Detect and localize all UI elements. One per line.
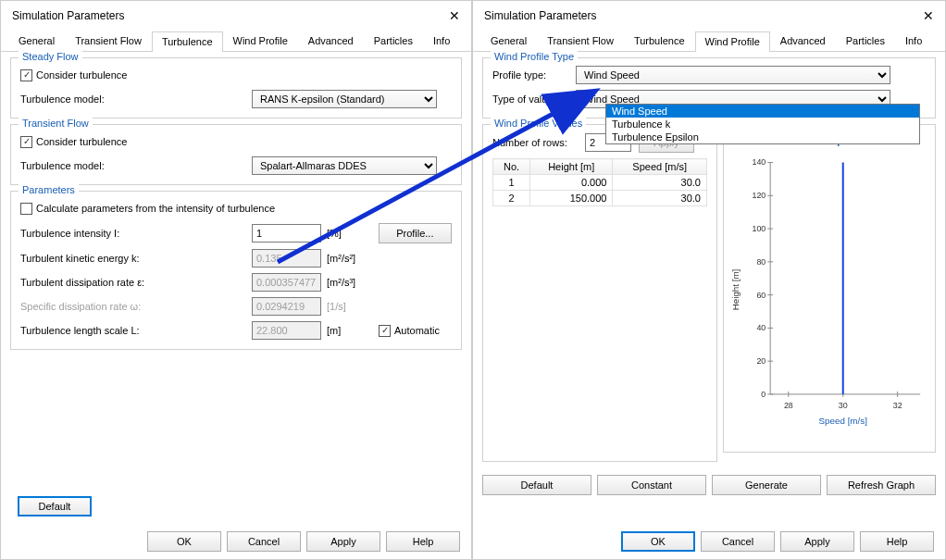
- type-of-values-label: Type of values:: [492, 93, 576, 105]
- tab-info[interactable]: Info: [895, 31, 932, 51]
- group-title: Wind Profile Values: [491, 118, 586, 129]
- cancel-button[interactable]: Cancel: [227, 531, 301, 552]
- svg-text:140: 140: [753, 157, 766, 167]
- svg-text:0: 0: [761, 390, 766, 399]
- tab-bar-left: GeneralTransient FlowTurbulenceWind Prof…: [1, 27, 471, 52]
- tab-wind-profile[interactable]: Wind Profile: [223, 31, 298, 51]
- param-label: Turbulence intensity I:: [20, 228, 252, 239]
- table-header: Height [m]: [530, 159, 613, 175]
- default-button[interactable]: Default: [482, 475, 591, 495]
- svg-text:40: 40: [756, 323, 766, 332]
- param-unit: [1/s]: [327, 301, 369, 312]
- param-label: Turbulence length scale L:: [20, 325, 252, 336]
- ok-button[interactable]: OK: [621, 531, 695, 552]
- param-input: [252, 321, 321, 340]
- svg-text:28: 28: [784, 401, 793, 410]
- steady-model-select[interactable]: RANS K-epsilon (Standard): [252, 90, 437, 108]
- help-button[interactable]: Help: [860, 531, 934, 552]
- table-header: Speed [m/s]: [613, 159, 707, 175]
- profile-button[interactable]: Profile...: [379, 223, 452, 243]
- svg-text:20: 20: [756, 356, 766, 366]
- group-transient: Transient Flow Consider turbulence Turbu…: [10, 124, 462, 185]
- svg-text:60: 60: [756, 291, 766, 300]
- svg-text:32: 32: [893, 401, 902, 410]
- tab-general[interactable]: General: [480, 31, 537, 51]
- dialog-title: Simulation Parameters: [484, 9, 596, 22]
- refresh-graph-button[interactable]: Refresh Graph: [827, 475, 936, 495]
- tab-particles[interactable]: Particles: [836, 31, 895, 51]
- generate-button[interactable]: Generate: [712, 475, 821, 495]
- constant-button[interactable]: Constant: [597, 475, 706, 495]
- default-button[interactable]: Default: [18, 496, 92, 516]
- ok-button[interactable]: OK: [147, 531, 221, 552]
- dialog-turbulence: Simulation Parameters ✕ GeneralTransient…: [0, 0, 472, 560]
- tab-advanced[interactable]: Advanced: [298, 31, 364, 51]
- svg-text:80: 80: [756, 257, 766, 267]
- group-title: Parameters: [19, 184, 79, 195]
- group-title: Wind Profile Type: [491, 51, 578, 62]
- consider-turbulence-transient[interactable]: Consider turbulence: [20, 136, 127, 148]
- group-steady: Steady Flow Consider turbulence Turbulen…: [10, 57, 462, 118]
- consider-turbulence-steady[interactable]: Consider turbulence: [20, 69, 127, 81]
- profile-type-label: Profile type:: [492, 69, 576, 81]
- tab-info[interactable]: Info: [423, 31, 460, 51]
- tab-bar-right: GeneralTransient FlowTurbulenceWind Prof…: [473, 27, 945, 52]
- tab-general[interactable]: General: [8, 31, 65, 51]
- rows-label: Number of rows:: [492, 137, 585, 148]
- param-input[interactable]: [252, 224, 321, 243]
- type-of-values-dropdown[interactable]: Wind SpeedTurbulence kTurbulence Epsilon: [605, 104, 920, 144]
- close-icon[interactable]: ✕: [449, 8, 460, 23]
- param-unit: [m²/s²]: [327, 253, 369, 264]
- param-unit: [m²/s³]: [327, 277, 369, 288]
- close-icon[interactable]: ✕: [923, 8, 934, 23]
- group-parameters: Parameters Calculate parameters from the…: [10, 191, 462, 350]
- param-label: Turbulent kinetic energy k:: [20, 253, 252, 264]
- dialog-title: Simulation Parameters: [12, 9, 124, 22]
- param-input: [252, 273, 321, 292]
- dialog-wind-profile: Simulation Parameters ✕ GeneralTransient…: [472, 0, 946, 560]
- graph-box: Wind Speed Height [m] Speed [m/s] 020406…: [723, 124, 936, 453]
- y-axis-label: Height [m]: [730, 268, 741, 310]
- svg-text:120: 120: [753, 191, 766, 200]
- automatic-checkbox[interactable]: Automatic: [379, 325, 440, 337]
- param-input: [252, 297, 321, 316]
- tab-turbulence[interactable]: Turbulence: [624, 31, 695, 51]
- apply-button[interactable]: Apply: [780, 531, 854, 552]
- tab-wind-profile[interactable]: Wind Profile: [695, 31, 770, 52]
- tab-transient-flow[interactable]: Transient Flow: [537, 31, 624, 51]
- tab-particles[interactable]: Particles: [364, 31, 423, 51]
- calc-from-intensity-checkbox[interactable]: Calculate parameters from the intensity …: [20, 203, 275, 215]
- group-title: Steady Flow: [19, 51, 82, 62]
- transient-model-select[interactable]: Spalart-Allmaras DDES: [252, 156, 437, 175]
- param-label: Turbulent dissipation rate ε:: [20, 277, 252, 288]
- x-axis-label: Speed [m/s]: [819, 416, 868, 426]
- transient-model-label: Turbulence model:: [20, 160, 252, 171]
- wind-speed-chart: Height [m] Speed [m/s] 02040608010012014…: [729, 151, 929, 429]
- help-button[interactable]: Help: [386, 531, 460, 552]
- table-header: No.: [493, 159, 530, 175]
- param-input: [252, 249, 321, 268]
- profile-table: No.Height [m]Speed [m/s] 10.00030.02150.…: [492, 158, 707, 206]
- dropdown-option[interactable]: Wind Speed: [606, 105, 919, 118]
- group-profile-values: Wind Profile Values Number of rows: Appl…: [482, 124, 717, 462]
- apply-button[interactable]: Apply: [306, 531, 380, 552]
- dropdown-option[interactable]: Turbulence Epsilon: [606, 131, 919, 143]
- svg-text:100: 100: [753, 224, 766, 233]
- tab-advanced[interactable]: Advanced: [770, 31, 836, 51]
- tab-turbulence[interactable]: Turbulence: [152, 31, 223, 52]
- profile-type-select[interactable]: Wind Speed: [576, 66, 890, 84]
- cancel-button[interactable]: Cancel: [701, 531, 775, 552]
- steady-model-label: Turbulence model:: [20, 93, 252, 105]
- param-unit: [%]: [327, 228, 369, 239]
- svg-text:30: 30: [839, 401, 848, 410]
- param-label: Specific dissipation rate ω:: [20, 301, 252, 312]
- dropdown-option[interactable]: Turbulence k: [606, 118, 919, 131]
- tab-transient-flow[interactable]: Transient Flow: [65, 31, 152, 51]
- table-row[interactable]: 2150.00030.0: [493, 191, 707, 206]
- group-title: Transient Flow: [19, 118, 93, 129]
- table-row[interactable]: 10.00030.0: [493, 175, 707, 191]
- param-unit: [m]: [327, 325, 369, 336]
